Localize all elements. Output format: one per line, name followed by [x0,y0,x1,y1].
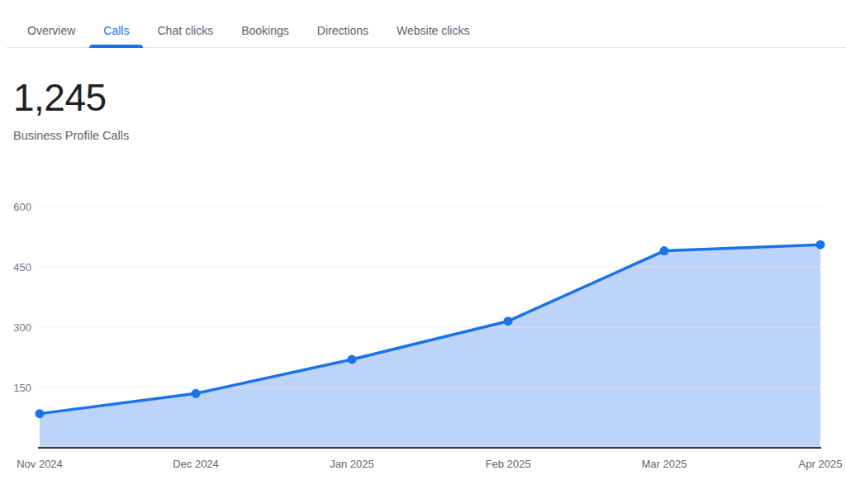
data-point[interactable] [192,389,201,398]
x-axis-tick-label: Apr 2025 [799,458,843,470]
y-axis-tick-label: 600 [13,201,31,213]
x-axis-tick-label: Mar 2025 [642,458,687,470]
calls-trend-chart: 150300450600Nov 2024Dec 2024Jan 2025Feb … [0,190,846,479]
y-axis-tick-label: 150 [13,382,31,394]
tab-label: Website clicks [397,24,469,37]
metric-summary: 1,245 Business Profile Calls [13,78,846,143]
tab-chat-clicks[interactable]: Chat clicks [143,0,227,47]
tab-label: Overview [27,24,75,37]
tab-overview[interactable]: Overview [13,0,89,47]
metric-value: 1,245 [13,78,846,117]
area-fill [40,245,820,448]
tab-label: Directions [317,24,368,37]
tab-bookings[interactable]: Bookings [227,0,303,47]
data-point[interactable] [36,409,45,418]
y-axis-tick-label: 300 [13,321,31,334]
metric-label: Business Profile Calls [13,129,846,143]
tab-calls[interactable]: Calls [89,0,143,47]
x-axis-tick-label: Dec 2024 [173,458,219,470]
tab-label: Calls [103,24,129,37]
tab-directions[interactable]: Directions [303,0,383,47]
business-profile-performance-page: OverviewCallsChat clicksBookingsDirectio… [0,0,846,504]
data-point[interactable] [348,354,357,364]
tab-list: OverviewCallsChat clicksBookingsDirectio… [7,0,846,47]
x-axis-tick-label: Feb 2025 [486,458,531,470]
tab-label: Chat clicks [157,24,213,37]
tab-label: Bookings [241,24,289,37]
calls-trend-chart-canvas: 150300450600Nov 2024Dec 2024Jan 2025Feb … [0,190,846,479]
tab-website-clicks[interactable]: Website clicks [383,0,483,47]
data-point[interactable] [504,316,513,326]
x-axis-tick-label: Jan 2025 [330,458,374,470]
data-point[interactable] [660,246,669,255]
data-point[interactable] [816,240,825,250]
y-axis-tick-label: 450 [13,261,31,273]
tab-bar: OverviewCallsChat clicksBookingsDirectio… [7,0,846,48]
x-axis-tick-label: Nov 2024 [17,458,63,470]
